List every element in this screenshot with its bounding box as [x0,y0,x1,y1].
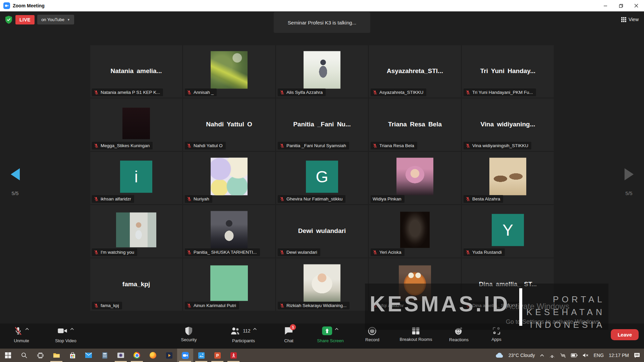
participant-nameplate: Annisah _ [185,88,217,96]
participants-chevron-icon[interactable] [253,328,257,330]
photos-icon[interactable] [193,349,209,362]
acrobat-pdf-icon[interactable] [225,349,241,362]
next-page-arrow-icon[interactable] [625,168,634,180]
participant-tile[interactable]: Vina widiyaning...Vina widiyaningsih_STI… [462,99,554,151]
next-page-control[interactable]: 5/5 [617,168,641,196]
participant-tile[interactable]: Natania amelia...Natania amelia P S1 KEP… [90,45,182,98]
participant-tile[interactable]: Besta Alzahra [462,152,554,204]
view-button[interactable]: View [621,17,639,22]
file-explorer-icon[interactable] [48,349,64,362]
video-options-chevron-icon[interactable] [70,328,74,330]
close-button[interactable] [629,0,644,11]
firefox-icon[interactable] [145,349,161,362]
participant-nameplate: Triana Resa Bela [371,142,417,149]
participant-nameplate: Panitia_ SHUSKA TARHENTI... [185,248,260,256]
participant-tile[interactable]: GGhevira Nur Fatimah_stikku [276,152,368,204]
stop-video-button[interactable]: Stop Video [55,326,76,343]
restore-button[interactable] [613,0,629,11]
muted-mic-icon [94,303,99,308]
watermark-tagline-line: KESEHATAN [524,306,605,318]
muted-mic-icon [466,143,470,148]
participant-label: Panitia_ SHUSKA TARHENTI... [194,250,257,255]
participant-tile[interactable]: Dewi wulandariDewi wulandari [276,205,368,257]
participant-tile[interactable]: Nuriyah [183,152,275,204]
participant-tile[interactable]: Yeri Aciska [369,205,461,257]
participant-tile[interactable]: Panitia_ SHUSKA TARHENTI... [183,205,275,257]
participant-photo [116,213,156,247]
calculator-icon[interactable] [97,349,113,362]
unmute-options-chevron-icon[interactable] [25,328,29,330]
participant-tile[interactable]: Widiya Pinkan [369,152,461,204]
muted-mic-icon [94,143,99,148]
participants-button[interactable]: 112 Participants [230,326,257,343]
mail-icon[interactable] [80,349,97,362]
stop-video-label: Stop Video [55,338,76,343]
participant-tile[interactable]: Megga_Stikes Kuningan [90,99,182,151]
active-speaker-banner: Seminar Profesi K3 is talking... [274,12,370,33]
weather-cloud-icon[interactable] [495,353,503,358]
battery-icon[interactable] [571,353,578,357]
speaker-muted-icon[interactable] [583,353,589,358]
participant-tile[interactable]: Nahdi Yattul ONahdi Yattul O [183,99,275,151]
previous-page-arrow-icon[interactable] [11,168,20,180]
muted-mic-icon [280,250,284,255]
start-button[interactable] [0,349,16,362]
participant-label: Nuriyah [194,196,209,201]
previous-page-control[interactable]: 5/5 [3,168,27,196]
participant-tile[interactable]: Alis Syifa Azzahra [276,45,368,98]
chat-button[interactable]: 1 Chat [284,326,293,343]
apps-label: Apps [491,337,501,342]
participant-nameplate: I'm watching you [92,248,137,256]
muted-mic-icon [187,303,192,308]
network-signal-icon[interactable] [549,353,555,358]
participant-tile[interactable]: fama_kpjfama_kpj [90,258,182,311]
muted-mic-icon [280,90,284,95]
participant-name: Natania amelia... [90,67,182,75]
unmute-button[interactable]: Unmute [14,326,29,343]
weather-text[interactable]: 23°C Cloudy [508,353,535,358]
letter-avatar: i [120,161,152,193]
share-screen-button[interactable]: Share Screen [317,326,344,343]
camera-app-icon[interactable] [113,349,129,362]
language-indicator[interactable]: ENG [594,353,604,358]
chrome-icon[interactable] [129,349,145,362]
participant-label: Ainun Karimatul Putri [194,303,236,308]
participant-label: I'm watching you [101,250,134,255]
movies-tv-icon[interactable] [161,349,177,362]
breakout-rooms-label: Breakout Rooms [400,337,432,342]
minimize-button[interactable] [598,0,613,11]
letter-avatar: Y [492,214,524,246]
participant-tile[interactable]: I'm watching you [90,205,182,257]
hidden-icons-chevron-icon[interactable] [540,354,544,357]
participant-nameplate: Yeri Aciska [371,248,405,256]
search-icon[interactable] [16,349,32,362]
participant-tile[interactable]: Triana Resa BelaTriana Resa Bela [369,99,461,151]
participant-tile[interactable]: Rizkiah Sekarayu Widianing... [276,258,368,311]
security-button[interactable]: Security [181,326,197,342]
action-center-icon[interactable] [634,353,640,358]
participant-tile[interactable]: iikhsan alfaridzr [90,152,182,204]
participant-tile[interactable]: YYuda Rustandi [462,205,554,257]
powerpoint-icon[interactable]: P [209,349,225,362]
participant-tile[interactable]: Ainun Karimatul Putri [183,258,275,311]
participant-label: Tri Yuni Handayani_PKM Fu... [472,90,533,95]
participant-tile[interactable]: Annisah _ [183,45,275,98]
task-view-icon[interactable] [32,349,48,362]
muted-mic-icon [187,143,192,148]
microsoft-store-icon[interactable] [64,349,80,362]
watermark-tagline: PORTAL KESEHATAN INDONESIA [524,293,605,331]
participant-nameplate: Natania amelia P S1 KEP K... [92,88,163,96]
share-options-chevron-icon[interactable] [335,328,339,330]
zoom-taskbar-icon[interactable] [177,349,193,362]
participant-tile[interactable]: Panitia _Fani Nu...Panitia _Fani Nurul S… [276,99,368,151]
participant-grid: Natania amelia...Natania amelia P S1 KEP… [90,45,554,311]
streaming-target-dropdown[interactable]: on YouTube ▼ [37,15,74,24]
status-crossed-icon[interactable] [560,353,566,358]
muted-mic-icon [94,197,99,201]
participant-tile[interactable]: Asyazahreta_STI...Asyazahreta_STIKKU [369,45,461,98]
participant-label: Ghevira Nur Fatimah_stikku [286,196,342,201]
participant-tile[interactable]: Tri Yuni Handay...Tri Yuni Handayani_PKM… [462,45,554,98]
clock[interactable]: 12:17 PM [609,353,629,358]
leave-button[interactable]: Leave [611,329,639,340]
participant-label: Rizkiah Sekarayu Widianing... [286,303,346,308]
